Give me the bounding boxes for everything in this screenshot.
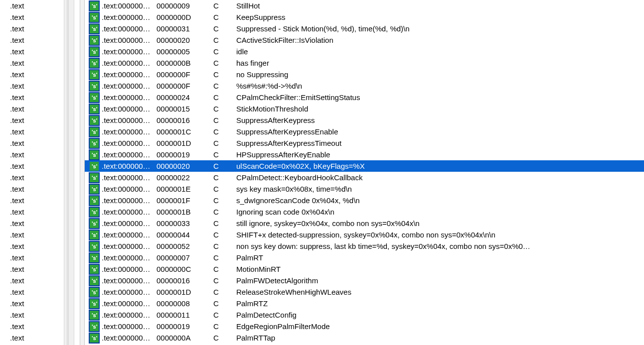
row-string: CPalmCheckFilter::EmitSettingStatus [236, 92, 644, 103]
row-type: C [213, 286, 236, 298]
segment-list-item[interactable]: .text [0, 137, 65, 149]
segment-list-item[interactable]: .text [0, 149, 65, 160]
segment-list-item[interactable]: .text [0, 263, 65, 275]
row-type: C [213, 80, 236, 92]
segment-list-item[interactable]: .text [0, 57, 65, 69]
string-row[interactable]: 's'.text:000000…00000015CStickMotionThre… [85, 103, 644, 115]
string-row[interactable]: 's'.text:000000…00000020CCActiveStickFil… [85, 34, 644, 46]
segment-list-item[interactable]: .text [0, 275, 65, 286]
left-pane-scrollbar[interactable] [64, 0, 67, 345]
svg-text:'s': 's' [92, 129, 98, 135]
string-row[interactable]: 's'.text:000000…00000020CulScanCode=0x%0… [85, 160, 644, 172]
string-row[interactable]: 's'.text:000000…00000031CSuppressed - St… [85, 23, 644, 34]
string-row[interactable]: 's'.text:000000…0000001DCReleaseStrokeWh… [85, 286, 644, 298]
row-address: .text:000000… [102, 69, 157, 80]
string-row[interactable]: 's'.text:000000…0000000CCMotionMinRT [85, 263, 644, 275]
string-icon: 's' [90, 311, 99, 320]
string-row[interactable]: 's'.text:000000…00000019CEdgeRegionPalmF… [85, 321, 644, 332]
string-row[interactable]: 's'.text:000000…00000007CPalmRT [85, 252, 644, 263]
svg-text:'s': 's' [92, 49, 98, 55]
segment-list-item[interactable]: .text [0, 206, 65, 218]
row-length: 00000020 [157, 34, 213, 46]
row-address: .text:000000… [102, 321, 157, 332]
row-string: no Suppressing [236, 69, 644, 80]
row-length: 00000007 [157, 252, 213, 263]
string-row[interactable]: 's'.text:000000…00000044CSHIFT+x detecte… [85, 229, 644, 240]
segment-list-item[interactable]: .text [0, 11, 65, 23]
segment-list-item[interactable]: .text [0, 92, 65, 103]
string-row[interactable]: 's'.text:000000…0000000ACPalmRTTap [85, 332, 644, 344]
row-length: 00000011 [157, 309, 213, 321]
row-length: 00000033 [157, 218, 213, 229]
row-address: .text:000000… [102, 0, 157, 11]
segment-list-item[interactable]: .text [0, 126, 65, 137]
string-icon: 's' [90, 230, 99, 239]
string-row[interactable]: 's'.text:000000…00000024CCPalmCheckFilte… [85, 92, 644, 103]
string-row[interactable]: 's'.text:000000…0000001CCSuppressAfterKe… [85, 126, 644, 137]
segment-list-item[interactable]: .text [0, 160, 65, 172]
row-address: .text:000000… [102, 309, 157, 321]
string-row[interactable]: 's'.text:000000…0000000FC%s#%s#:%d->%d\n [85, 80, 644, 92]
string-icon: 's' [90, 105, 99, 114]
segment-list-item[interactable]: .text [0, 172, 65, 183]
segment-list-item[interactable]: .text [0, 218, 65, 229]
segment-list-item[interactable]: .text [0, 115, 65, 126]
string-row[interactable]: 's'.text:000000…0000001ECsys key mask=0x… [85, 183, 644, 195]
left-segment-pane[interactable]: .text.text.text.text.text.text.text.text… [0, 0, 68, 345]
string-row[interactable]: 's'.text:000000…00000008CPalmRTZ [85, 298, 644, 309]
string-row[interactable]: 's'.text:000000…00000019CHPSuppressAfter… [85, 149, 644, 160]
segment-list-item[interactable]: .text [0, 69, 65, 80]
segment-list-item[interactable]: .text [0, 195, 65, 206]
segment-list-item[interactable]: .text [0, 103, 65, 115]
string-row[interactable]: 's'.text:000000…00000016CPalmFWDetectAlg… [85, 275, 644, 286]
segment-list-item[interactable]: .text [0, 229, 65, 240]
row-type: C [213, 309, 236, 321]
row-string: %s#%s#:%d->%d\n [236, 80, 644, 92]
string-row[interactable]: 's'.text:000000…0000001DCSuppressAfterKe… [85, 137, 644, 149]
svg-text:'s': 's' [92, 163, 98, 169]
string-row[interactable]: 's'.text:000000…0000001FCs_dwIgnoreScanC… [85, 195, 644, 206]
pane-splitter[interactable] [68, 0, 85, 345]
string-row[interactable]: 's'.text:000000…00000005Cidle [85, 46, 644, 57]
segment-list-item[interactable]: .text [0, 46, 65, 57]
segment-list-item[interactable]: .text [0, 332, 65, 344]
segment-list-item[interactable]: .text [0, 23, 65, 34]
svg-text:'s': 's' [92, 232, 98, 238]
svg-text:'s': 's' [92, 3, 98, 9]
segment-list-item[interactable]: .text [0, 240, 65, 252]
segment-list-item[interactable]: .text [0, 309, 65, 321]
row-string: non sys key down: suppress, last kb time… [236, 240, 644, 252]
string-row[interactable]: 's'.text:000000…0000001BCIgnoring scan c… [85, 206, 644, 218]
string-row[interactable]: 's'.text:000000…00000016CSuppressAfterKe… [85, 115, 644, 126]
svg-text:'s': 's' [92, 266, 98, 272]
row-string: EdgeRegionPalmFilterMode [236, 321, 644, 332]
row-string: ulScanCode=0x%02X, bKeyFlags=%X [236, 160, 644, 172]
string-row[interactable]: 's'.text:000000…00000011CPalmDetectConfi… [85, 309, 644, 321]
segment-list-item[interactable]: .text [0, 34, 65, 46]
segment-list-item[interactable]: .text [0, 298, 65, 309]
string-icon: 's' [90, 162, 99, 171]
segment-list-item[interactable]: .text [0, 321, 65, 332]
row-type: C [213, 240, 236, 252]
string-row[interactable]: 's'.text:000000…00000052Cnon sys key dow… [85, 240, 644, 252]
string-row[interactable]: 's'.text:000000…00000022CCPalmDetect::Ke… [85, 172, 644, 183]
segment-list-item[interactable]: .text [0, 80, 65, 92]
string-row[interactable]: 's'.text:000000…00000033Cstill ignore, s… [85, 218, 644, 229]
string-row[interactable]: 's'.text:000000…0000000FCno Suppressing [85, 69, 644, 80]
segment-list-item[interactable]: .text [0, 252, 65, 263]
segment-list-item[interactable]: .text [0, 0, 65, 11]
string-icon: 's' [90, 139, 99, 148]
string-row[interactable]: 's'.text:000000…00000009CStillHot [85, 0, 644, 11]
strings-list-pane[interactable]: 's'.text:000000…00000009CStillHot's'.tex… [85, 0, 644, 345]
svg-text:'s': 's' [92, 37, 98, 43]
row-string: PalmDetectConfig [236, 309, 644, 321]
row-string: HPSuppressAfterKeyEnable [236, 149, 644, 160]
svg-text:'s': 's' [92, 255, 98, 261]
string-icon: 's' [90, 13, 99, 22]
row-type: C [213, 92, 236, 103]
segment-list-item[interactable]: .text [0, 286, 65, 298]
row-string: ReleaseStrokeWhenHighWLeaves [236, 286, 644, 298]
string-row[interactable]: 's'.text:000000…0000000BChas finger [85, 57, 644, 69]
string-row[interactable]: 's'.text:000000…0000000DCKeepSuppress [85, 11, 644, 23]
segment-list-item[interactable]: .text [0, 183, 65, 195]
